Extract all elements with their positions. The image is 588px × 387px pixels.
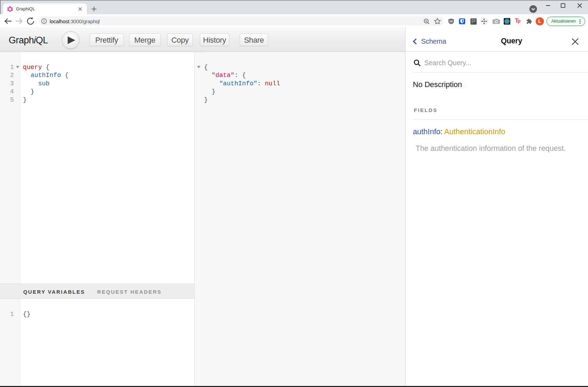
svg-text:UO: UO xyxy=(450,20,453,23)
